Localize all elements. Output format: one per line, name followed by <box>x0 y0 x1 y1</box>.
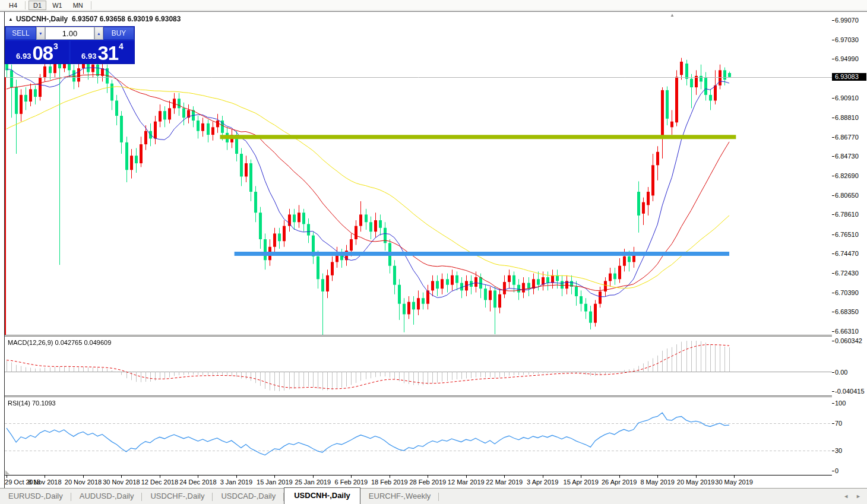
time-tick <box>313 476 314 478</box>
macd-pane: MACD(12,26,9) 0.042765 0.049609 <box>5 337 832 395</box>
time-tick <box>504 476 505 478</box>
time-label: 12 Mar 2019 <box>448 478 485 486</box>
time-tick <box>390 476 390 478</box>
time-label: 12 Dec 2018 <box>141 478 178 486</box>
price-axis-label: 6.76510 <box>835 231 859 238</box>
tab-scroll-arrows: ◄ ► <box>843 493 861 499</box>
buy-price-small: 6.93 <box>81 52 96 62</box>
buy-price[interactable]: 6.93 31 4 <box>71 41 134 64</box>
time-tick <box>734 476 735 478</box>
time-label: 6 Feb 2019 <box>334 478 368 486</box>
toolbar-separator <box>25 1 26 9</box>
tab-usdcnh-daily[interactable]: USDCNH-,Daily <box>284 487 360 504</box>
time-label: 30 May 2019 <box>715 478 753 486</box>
buy-price-big: 31 <box>97 45 118 62</box>
tab-usdcad-daily[interactable]: USDCAD-,Daily <box>213 489 284 504</box>
time-tick <box>543 476 543 478</box>
price-axis-label: 6.97030 <box>835 36 859 43</box>
rsi-axis-label: 30 <box>835 447 842 454</box>
sell-price-big: 08 <box>32 45 53 62</box>
time-label: 8 May 2019 <box>640 478 674 486</box>
tab-eurusd-daily[interactable]: EURUSD-,Daily <box>0 489 71 504</box>
volume-increase-button[interactable]: ▲ <box>94 27 103 40</box>
time-tick <box>7 476 7 478</box>
price-axis-label: 6.88810 <box>835 114 859 121</box>
price-axis-label: 6.80650 <box>835 192 859 199</box>
price-axis-label: 6.68350 <box>835 308 859 315</box>
time-axis[interactable]: 29 Oct 20188 Nov 201820 Nov 201830 Nov 2… <box>5 475 832 488</box>
time-tick <box>160 476 160 478</box>
rsi-axis-label: 70 <box>835 420 842 427</box>
one-click-trading-panel: SELL ▼ ▲ BUY 6.93 08 3 6.93 31 4 <box>5 27 134 64</box>
time-tick <box>581 476 581 478</box>
macd-axis-label: 0.00 <box>835 369 847 376</box>
time-tick <box>351 476 352 478</box>
chart-title-symbol: USDCNH-,Daily <box>16 15 68 23</box>
tab-scroll-right-icon[interactable]: ► <box>856 493 861 499</box>
rsi-chart[interactable] <box>5 397 832 475</box>
price-axis-label: 6.90910 <box>835 94 859 102</box>
price-axis-label: 6.82690 <box>835 172 859 179</box>
price-axis-label: 6.86770 <box>835 134 859 141</box>
timeframe-h4-button[interactable]: H4 <box>4 1 22 10</box>
time-tick <box>121 476 122 478</box>
pane-resize-grip[interactable] <box>5 470 10 474</box>
time-tick <box>83 476 84 478</box>
time-tick <box>657 476 658 478</box>
macd-indicator-label: MACD(12,26,9) 0.042765 0.049609 <box>8 339 111 346</box>
time-tick <box>696 476 697 478</box>
time-tick <box>236 476 237 478</box>
chart-plot-area: ▲USDCNH-,Daily 6.93507 6.93658 6.93019 6… <box>4 12 833 488</box>
price-axis-label: 6.94990 <box>835 55 859 62</box>
time-tick <box>198 476 198 478</box>
volume-decrease-button[interactable]: ▼ <box>36 27 45 40</box>
collapse-trade-panel-icon[interactable]: ▲ <box>8 17 13 22</box>
price-axis-label: 6.70390 <box>835 289 859 296</box>
volume-input[interactable] <box>45 27 94 40</box>
time-tick <box>274 476 275 478</box>
time-label: 15 Jan 2019 <box>257 478 293 486</box>
time-label: 26 Apr 2019 <box>602 478 637 486</box>
time-label: 3 Jan 2019 <box>220 478 252 486</box>
price-axis[interactable]: 6.990706.970306.949906.909106.888106.867… <box>832 12 867 488</box>
tab-eurchf-weekly[interactable]: EURCHF-,Weekly <box>360 489 439 504</box>
time-tick <box>45 476 45 478</box>
time-tick <box>428 476 428 478</box>
time-tick <box>466 476 467 478</box>
rsi-axis-label: 0 <box>835 467 838 474</box>
price-pane: ▲USDCNH-,Daily 6.93507 6.93658 6.93019 6… <box>5 12 832 335</box>
sell-button[interactable]: SELL <box>5 27 36 40</box>
time-label: 24 Dec 2018 <box>179 478 216 486</box>
tab-scroll-left-icon[interactable]: ◄ <box>843 493 849 499</box>
rsi-indicator-label: RSI(14) 70.1093 <box>8 400 56 407</box>
rsi-axis-label: 100 <box>835 400 846 407</box>
time-label: 22 Mar 2019 <box>486 478 523 486</box>
sell-price-small: 6.93 <box>16 52 31 62</box>
time-label: 8 Nov 2018 <box>28 478 61 486</box>
chart-shift-marker-icon: ▲ <box>670 12 675 18</box>
price-axis-label: 6.84730 <box>835 153 859 160</box>
sell-price-pip: 3 <box>53 42 58 50</box>
price-axis-label: 6.99070 <box>835 17 859 24</box>
timeframe-d1-button[interactable]: D1 <box>29 1 46 10</box>
macd-chart[interactable] <box>5 337 832 395</box>
time-label: 3 Apr 2019 <box>527 478 558 486</box>
sell-price[interactable]: 6.93 08 3 <box>5 41 69 64</box>
macd-axis-label: 0.060342 <box>835 337 862 344</box>
time-label: 30 Nov 2018 <box>103 478 140 486</box>
time-label: 20 Nov 2018 <box>65 478 102 486</box>
buy-price-pip: 4 <box>119 42 124 50</box>
price-axis-label: 6.66310 <box>835 328 859 335</box>
buy-button[interactable]: BUY <box>103 27 134 40</box>
timeframe-w1-button[interactable]: W1 <box>48 1 67 10</box>
time-label: 18 Feb 2019 <box>371 478 408 486</box>
timeframe-mn-button[interactable]: MN <box>68 1 88 10</box>
current-price-badge: 6.93083 <box>832 73 866 81</box>
price-axis-label: 6.74470 <box>835 250 859 257</box>
timeframe-toolbar: H4 D1 W1 MN <box>0 0 867 11</box>
tab-usdchf-daily[interactable]: USDCHF-,Daily <box>142 489 213 504</box>
tab-audusd-daily[interactable]: AUDUSD-,Daily <box>71 489 143 504</box>
chart-title-ohlc: 6.93507 6.93658 6.93019 6.93083 <box>72 15 181 23</box>
price-axis-label: 6.78610 <box>835 211 859 218</box>
time-label: 15 Apr 2019 <box>564 478 599 486</box>
